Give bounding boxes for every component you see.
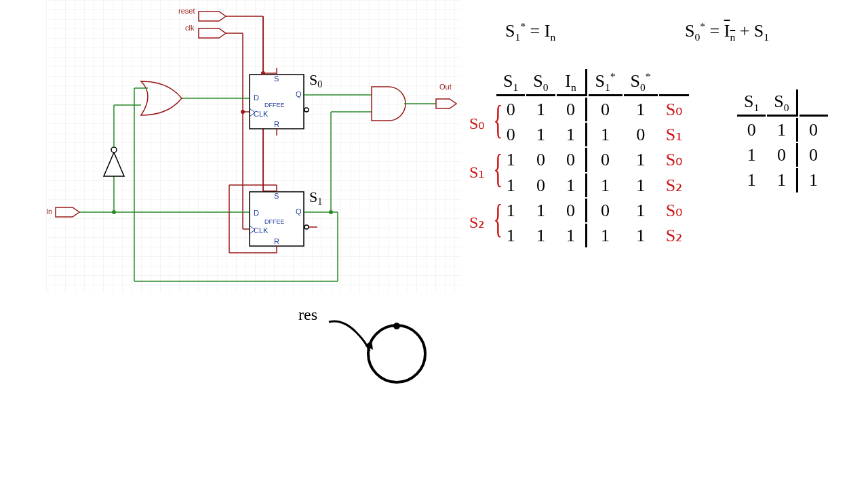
in-label: In (46, 207, 52, 216)
svg-point-37 (304, 225, 309, 229)
svg-text:S: S (274, 192, 279, 200)
clk-label: clk (185, 24, 195, 32)
out-port: Out (436, 83, 456, 108)
svg-text:DFFEE: DFFEE (264, 102, 285, 108)
svg-text:S: S (274, 75, 279, 83)
state-transition-table: S1 S0 In S1* S0* 01001S₀01110S₁10001S₀10… (495, 68, 690, 249)
svg-point-26 (304, 108, 309, 112)
svg-point-13 (111, 147, 117, 152)
eq-s1star: S1* = In (505, 20, 555, 43)
svg-text:D: D (254, 209, 259, 217)
res-label: res (298, 306, 317, 323)
svg-point-54 (368, 325, 425, 382)
in-port: In (46, 176, 250, 217)
brace-icon: { (493, 145, 502, 192)
svg-text:D: D (254, 94, 259, 102)
eq-s0star: S0* = In + S1 (685, 20, 769, 43)
svg-text:Q: Q (296, 207, 302, 216)
brace-icon: { (493, 96, 502, 143)
svg-text:R: R (274, 237, 279, 245)
s1-output-label: S1 (309, 188, 322, 207)
svg-text:CLK: CLK (254, 110, 269, 118)
not-gate (104, 105, 141, 176)
or-gate (134, 81, 250, 281)
state-group-label: S₁ (469, 163, 485, 182)
dff-s0: D Q CLK S R DFFEE S0 (250, 68, 372, 136)
s0-output-label: S0 (309, 71, 322, 89)
state-group-label: S₀ (469, 114, 485, 133)
svg-point-51 (261, 71, 265, 75)
state-diagram-sketch: res (292, 305, 461, 407)
out-label: Out (439, 83, 452, 91)
and-gate (372, 87, 436, 121)
svg-point-55 (393, 323, 400, 329)
svg-text:Q: Q (296, 90, 302, 98)
svg-point-50 (112, 210, 116, 214)
svg-point-53 (329, 210, 333, 214)
clk-port: clk (185, 24, 250, 229)
svg-text:CLK: CLK (254, 226, 269, 235)
output-table: S1 S0 010100111 (736, 88, 829, 194)
svg-point-52 (241, 110, 245, 114)
svg-text:R: R (274, 120, 279, 128)
svg-text:DFFEE: DFFEE (264, 218, 285, 225)
reset-label: reset (178, 7, 195, 15)
dff-s1: D Q CLK S R DFFEE S1 (134, 112, 372, 281)
brace-icon: { (493, 195, 502, 242)
circuit-schematic: reset clk In (46, 0, 507, 293)
state-group-label: S₂ (469, 213, 485, 232)
